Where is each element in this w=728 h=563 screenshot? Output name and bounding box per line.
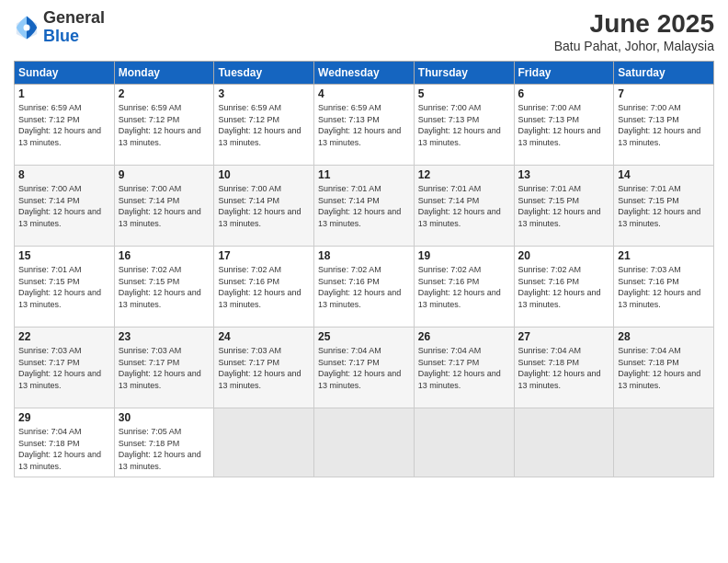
table-row: 23 Sunrise: 7:03 AMSunset: 7:17 PMDaylig… [114,327,214,408]
day-info: Sunrise: 7:03 AMSunset: 7:16 PMDaylight:… [618,265,700,309]
col-sunday: Sunday [15,62,115,85]
table-row [614,408,714,477]
table-row: 17 Sunrise: 7:02 AMSunset: 7:16 PMDaylig… [214,247,314,327]
calendar-title: June 2025 [554,9,714,39]
day-number: 7 [618,87,710,100]
col-thursday: Thursday [414,62,514,85]
table-row: 18 Sunrise: 7:02 AMSunset: 7:16 PMDaylig… [314,247,415,327]
table-row: 24 Sunrise: 7:03 AMSunset: 7:17 PMDaylig… [214,327,314,408]
table-row: 2 Sunrise: 6:59 AMSunset: 7:12 PMDayligh… [114,85,214,166]
day-info: Sunrise: 7:04 AMSunset: 7:18 PMDaylight:… [18,427,101,471]
day-number: 16 [119,249,210,262]
day-number: 6 [518,87,610,100]
day-info: Sunrise: 6:59 AMSunset: 7:12 PMDaylight:… [119,103,201,147]
day-number: 26 [418,330,510,343]
table-row: 9 Sunrise: 7:00 AMSunset: 7:14 PMDayligh… [114,166,214,247]
day-info: Sunrise: 7:04 AMSunset: 7:18 PMDaylight:… [618,346,700,390]
table-row: 27 Sunrise: 7:04 AMSunset: 7:18 PMDaylig… [514,327,614,408]
day-info: Sunrise: 7:01 AMSunset: 7:14 PMDaylight:… [318,184,401,228]
day-number: 30 [119,411,210,424]
table-row: 8 Sunrise: 7:00 AMSunset: 7:14 PMDayligh… [15,166,115,247]
header: General Blue June 2025 Batu Pahat, Johor… [14,9,714,53]
day-info: Sunrise: 7:03 AMSunset: 7:17 PMDaylight:… [119,346,201,390]
col-friday: Friday [514,62,614,85]
col-saturday: Saturday [614,62,714,85]
day-number: 23 [119,330,210,343]
day-info: Sunrise: 7:04 AMSunset: 7:18 PMDaylight:… [518,346,601,390]
table-row [514,408,614,477]
day-number: 14 [618,168,710,181]
col-tuesday: Tuesday [214,62,314,85]
day-info: Sunrise: 7:00 AMSunset: 7:13 PMDaylight:… [618,103,700,147]
table-row [414,408,514,477]
day-number: 10 [218,168,310,181]
table-row: 6 Sunrise: 7:00 AMSunset: 7:13 PMDayligh… [514,85,614,166]
day-number: 19 [418,249,510,262]
day-info: Sunrise: 7:00 AMSunset: 7:14 PMDaylight:… [218,184,301,228]
calendar-table: Sunday Monday Tuesday Wednesday Thursday… [14,61,714,477]
day-info: Sunrise: 7:04 AMSunset: 7:17 PMDaylight:… [318,346,401,390]
calendar-subtitle: Batu Pahat, Johor, Malaysia [554,39,714,53]
day-number: 24 [218,330,310,343]
table-row [214,408,314,477]
day-number: 21 [618,249,710,262]
col-monday: Monday [114,62,214,85]
svg-point-0 [24,24,30,30]
table-row: 28 Sunrise: 7:04 AMSunset: 7:18 PMDaylig… [614,327,714,408]
table-row: 29 Sunrise: 7:04 AMSunset: 7:18 PMDaylig… [15,408,115,477]
header-row: Sunday Monday Tuesday Wednesday Thursday… [15,62,714,85]
title-block: June 2025 Batu Pahat, Johor, Malaysia [554,9,714,53]
day-number: 2 [119,87,210,100]
table-row: 20 Sunrise: 7:02 AMSunset: 7:16 PMDaylig… [514,247,614,327]
day-number: 3 [218,87,310,100]
day-number: 28 [618,330,710,343]
logo-general: General [43,9,105,28]
table-row: 1 Sunrise: 6:59 AMSunset: 7:12 PMDayligh… [15,85,115,166]
day-info: Sunrise: 6:59 AMSunset: 7:13 PMDaylight:… [318,103,401,147]
table-row: 19 Sunrise: 7:02 AMSunset: 7:16 PMDaylig… [414,247,514,327]
table-row: 26 Sunrise: 7:04 AMSunset: 7:17 PMDaylig… [414,327,514,408]
day-number: 15 [18,249,110,262]
day-info: Sunrise: 7:02 AMSunset: 7:16 PMDaylight:… [218,265,301,309]
table-row: 16 Sunrise: 7:02 AMSunset: 7:15 PMDaylig… [114,247,214,327]
day-number: 11 [318,168,410,181]
day-info: Sunrise: 6:59 AMSunset: 7:12 PMDaylight:… [18,103,101,147]
day-info: Sunrise: 7:05 AMSunset: 7:18 PMDaylight:… [119,427,201,471]
logo-icon [14,15,40,40]
table-row [314,408,415,477]
table-row: 21 Sunrise: 7:03 AMSunset: 7:16 PMDaylig… [614,247,714,327]
day-number: 27 [518,330,610,343]
col-wednesday: Wednesday [314,62,415,85]
day-info: Sunrise: 7:02 AMSunset: 7:16 PMDaylight:… [318,265,401,309]
logo: General Blue [14,9,105,46]
day-info: Sunrise: 7:00 AMSunset: 7:13 PMDaylight:… [518,103,601,147]
day-number: 5 [418,87,510,100]
day-number: 17 [218,249,310,262]
day-number: 8 [18,168,110,181]
day-number: 29 [18,411,110,424]
table-row: 3 Sunrise: 6:59 AMSunset: 7:12 PMDayligh… [214,85,314,166]
table-row: 22 Sunrise: 7:03 AMSunset: 7:17 PMDaylig… [15,327,115,408]
day-number: 20 [518,249,610,262]
day-number: 12 [418,168,510,181]
day-info: Sunrise: 7:00 AMSunset: 7:14 PMDaylight:… [119,184,201,228]
day-info: Sunrise: 7:02 AMSunset: 7:15 PMDaylight:… [119,265,201,309]
day-info: Sunrise: 7:01 AMSunset: 7:15 PMDaylight:… [618,184,700,228]
day-info: Sunrise: 7:03 AMSunset: 7:17 PMDaylight:… [18,346,101,390]
table-row: 4 Sunrise: 6:59 AMSunset: 7:13 PMDayligh… [314,85,415,166]
day-info: Sunrise: 7:04 AMSunset: 7:17 PMDaylight:… [418,346,501,390]
day-number: 18 [318,249,410,262]
logo-text: General Blue [43,9,105,46]
day-info: Sunrise: 7:02 AMSunset: 7:16 PMDaylight:… [418,265,501,309]
table-row: 10 Sunrise: 7:00 AMSunset: 7:14 PMDaylig… [214,166,314,247]
table-row: 7 Sunrise: 7:00 AMSunset: 7:13 PMDayligh… [614,85,714,166]
day-number: 25 [318,330,410,343]
day-number: 22 [18,330,110,343]
day-number: 13 [518,168,610,181]
table-row: 5 Sunrise: 7:00 AMSunset: 7:13 PMDayligh… [414,85,514,166]
day-info: Sunrise: 7:01 AMSunset: 7:15 PMDaylight:… [518,184,601,228]
day-number: 4 [318,87,410,100]
day-info: Sunrise: 7:00 AMSunset: 7:13 PMDaylight:… [418,103,501,147]
logo-blue: Blue [43,28,105,46]
table-row: 14 Sunrise: 7:01 AMSunset: 7:15 PMDaylig… [614,166,714,247]
